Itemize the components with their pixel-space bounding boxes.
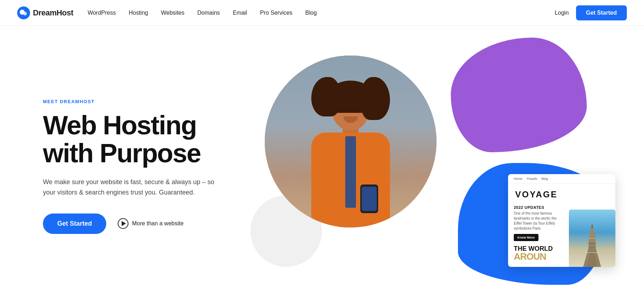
eiffel-tower-icon: [581, 224, 603, 267]
mag-tab-blog: Blog: [541, 177, 548, 181]
svg-rect-5: [589, 243, 596, 248]
magazine-nav-tabs: Home Travels Blog: [508, 174, 615, 184]
nav-link-blog[interactable]: Blog: [305, 10, 317, 16]
hero-section: MEET DREAMHOST Web Hosting with Purpose …: [0, 26, 644, 307]
hero-subtext: We make sure your website is fast, secur…: [43, 177, 215, 198]
magazine-left-col: 2022 UPDATES One of the most famous land…: [508, 202, 569, 267]
svg-marker-7: [589, 227, 595, 235]
person-hair-left: [311, 77, 340, 116]
svg-marker-6: [589, 235, 596, 243]
nav-item-hosting[interactable]: Hosting: [129, 10, 148, 16]
nav-links: WordPress Hosting Websites Domains Email…: [88, 10, 555, 16]
logo-link[interactable]: DreamHost: [17, 6, 73, 19]
hero-photo-inner: [265, 56, 436, 227]
hero-visual: Home Travels Blog VOYAGE 2022 UPDATES On…: [243, 45, 615, 288]
magazine-header: VOYAGE: [508, 184, 615, 202]
hero-headline: Web Hosting with Purpose: [43, 111, 243, 167]
hero-headline-line1: Web Hosting: [43, 110, 196, 140]
get-started-hero-button[interactable]: Get Started: [43, 214, 106, 234]
phone-screen: [362, 187, 377, 211]
magazine-world-text: THE WORLD: [514, 245, 563, 252]
nav-item-email[interactable]: Email: [233, 10, 247, 16]
nav-item-blog[interactable]: Blog: [305, 10, 317, 16]
nav-link-domains[interactable]: Domains: [197, 10, 220, 16]
hero-photo-circle: [265, 56, 436, 227]
magazine-title: VOYAGE: [515, 190, 608, 200]
svg-rect-8: [591, 225, 593, 228]
nav-link-email[interactable]: Email: [233, 10, 247, 16]
magazine-card: Home Travels Blog VOYAGE 2022 UPDATES On…: [508, 174, 615, 267]
hero-content: MEET DREAMHOST Web Hosting with Purpose …: [43, 99, 243, 234]
svg-point-2: [23, 12, 27, 15]
nav-item-websites[interactable]: Websites: [161, 10, 185, 16]
nav-right: Login Get Started: [555, 5, 627, 20]
nav-item-pro-services[interactable]: Pro Services: [260, 10, 293, 16]
nav-item-wordpress[interactable]: WordPress: [88, 10, 116, 16]
nav-item-domains[interactable]: Domains: [197, 10, 220, 16]
magazine-world-area: THE WORLD AROUN: [514, 245, 563, 261]
nav-link-hosting[interactable]: Hosting: [129, 10, 148, 16]
person-hair-right: [361, 77, 390, 120]
dreamhost-logo-icon: [17, 6, 30, 19]
magazine-year-label: 2022 UPDATES: [514, 205, 563, 210]
magazine-bottom: 2022 UPDATES One of the most famous land…: [508, 202, 615, 267]
hero-headline-line2: with Purpose: [43, 138, 201, 168]
person-figure: [290, 77, 411, 227]
login-button[interactable]: Login: [555, 10, 569, 16]
mag-tab-travels: Travels: [527, 177, 537, 181]
more-than-link[interactable]: More than a website: [118, 218, 184, 229]
blob-purple: [451, 38, 587, 152]
hero-actions: Get Started More than a website: [43, 214, 243, 234]
mag-tab-home: Home: [514, 177, 522, 181]
hero-eyebrow: MEET DREAMHOST: [43, 99, 243, 104]
magazine-eiffel-image: [569, 210, 615, 267]
logo-text: DreamHost: [33, 8, 73, 18]
nav-link-websites[interactable]: Websites: [161, 10, 185, 16]
nav-link-wordpress[interactable]: WordPress: [88, 10, 116, 16]
play-triangle-icon: [122, 221, 126, 226]
main-nav: DreamHost WordPress Hosting Websites Dom…: [0, 0, 644, 26]
nav-link-pro-services[interactable]: Pro Services: [260, 10, 293, 16]
more-than-label: More than a website: [132, 220, 184, 227]
person-apron: [345, 136, 356, 208]
get-started-nav-button[interactable]: Get Started: [576, 5, 627, 20]
play-circle-icon: [118, 218, 128, 229]
magazine-description: One of the most famous landmarks in the …: [514, 211, 563, 231]
magazine-around-text: AROUN: [514, 252, 563, 261]
magazine-cta-button[interactable]: Know More: [514, 234, 538, 241]
